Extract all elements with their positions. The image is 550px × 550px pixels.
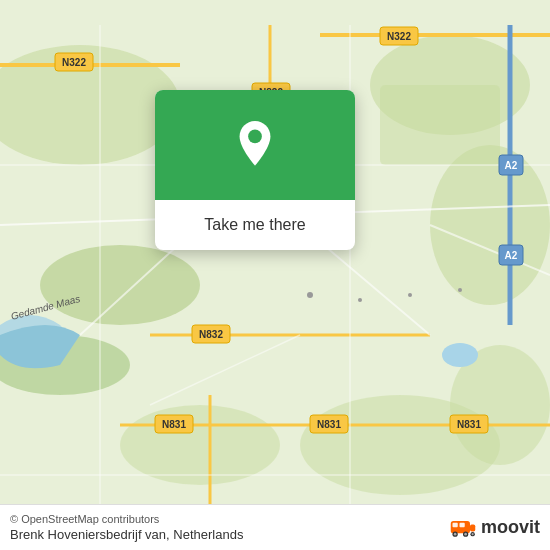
moovit-text: moovit <box>481 517 540 538</box>
svg-point-48 <box>458 288 462 292</box>
popup-card: Take me there <box>155 90 355 250</box>
moovit-logo: moovit <box>449 514 540 542</box>
popup-button-area: Take me there <box>155 200 355 250</box>
svg-text:A2: A2 <box>505 250 518 261</box>
svg-text:N322: N322 <box>62 57 86 68</box>
attribution: © OpenStreetMap contributors <box>10 513 243 525</box>
svg-point-7 <box>120 405 280 485</box>
svg-rect-52 <box>470 524 475 531</box>
svg-rect-4 <box>380 85 500 165</box>
map-background: N322 N322 N832 N832 N831 N831 N831 A2 A2… <box>0 0 550 550</box>
svg-text:A2: A2 <box>505 160 518 171</box>
svg-point-46 <box>358 298 362 302</box>
svg-point-47 <box>408 293 412 297</box>
svg-point-60 <box>472 533 474 535</box>
svg-text:N831: N831 <box>317 419 341 430</box>
svg-text:N831: N831 <box>457 419 481 430</box>
place-name: Brenk Hoveniersbedrijf van, Netherlands <box>10 527 243 542</box>
svg-point-45 <box>307 292 313 298</box>
map-container: N322 N322 N832 N832 N831 N831 N831 A2 A2… <box>0 0 550 550</box>
svg-text:N831: N831 <box>162 419 186 430</box>
moovit-bus-icon <box>449 514 477 542</box>
popup-green-area <box>155 90 355 200</box>
attribution-text: © OpenStreetMap contributors <box>10 513 159 525</box>
bottom-bar: © OpenStreetMap contributors Brenk Hoven… <box>0 504 550 550</box>
svg-point-58 <box>464 532 467 535</box>
svg-text:N832: N832 <box>199 329 223 340</box>
svg-point-56 <box>454 532 457 535</box>
svg-rect-54 <box>459 522 464 526</box>
svg-text:N322: N322 <box>387 31 411 42</box>
svg-rect-53 <box>452 522 457 526</box>
svg-point-5 <box>40 245 200 325</box>
svg-point-49 <box>442 343 478 367</box>
location-pin-icon <box>231 121 279 169</box>
take-me-there-button[interactable]: Take me there <box>171 212 339 238</box>
svg-point-50 <box>248 130 262 144</box>
svg-point-3 <box>430 145 550 305</box>
